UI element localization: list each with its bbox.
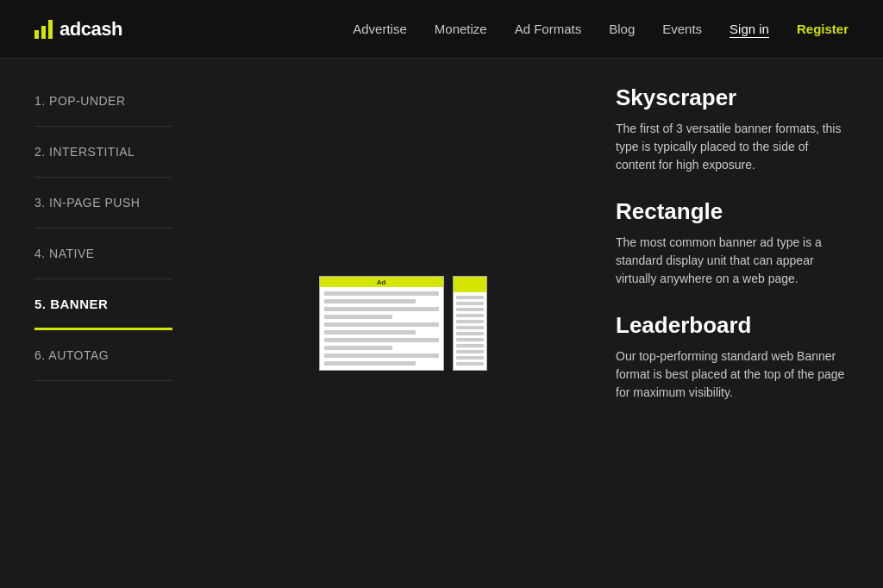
mockup-top-bar: Ad <box>320 277 443 287</box>
mockup-ad-label: Ad <box>377 278 386 286</box>
nav-item-adformats[interactable]: Ad Formats <box>515 22 582 37</box>
main-content: 1. POP-UNDER 2. INTERSTITIAL 3. IN-PAGE … <box>0 59 883 588</box>
sidebar: 1. POP-UNDER 2. INTERSTITIAL 3. IN-PAGE … <box>0 59 207 588</box>
nav-item-events[interactable]: Events <box>662 22 702 37</box>
sidebar-item-inpage-push[interactable]: 3. IN-PAGE PUSH <box>34 178 172 228</box>
nav-item-blog[interactable]: Blog <box>609 22 635 37</box>
right-panel: Skyscraper The first of 3 versatile bann… <box>598 59 883 588</box>
mockup-side-line <box>456 314 484 317</box>
format-rectangle-title: Rectangle <box>616 198 849 225</box>
format-rectangle: Rectangle The most common banner ad type… <box>616 198 849 288</box>
mockup-line <box>324 346 393 350</box>
nav-item-signin[interactable]: Sign in <box>730 22 769 37</box>
mockup-side-line <box>456 338 484 341</box>
nav-links: Advertise Monetize Ad Formats Blog Event… <box>353 22 849 37</box>
mockup-line <box>324 338 439 342</box>
nav-item-monetize[interactable]: Monetize <box>435 22 487 37</box>
mockup-side-top-bar <box>454 277 486 292</box>
mockup-line <box>324 307 439 311</box>
mockup-side-line <box>456 344 484 347</box>
mockup-line <box>324 291 439 296</box>
navbar: adcash Advertise Monetize Ad Formats Blo… <box>0 0 883 59</box>
center-visual: Ad <box>207 59 598 588</box>
format-skyscraper-title: Skyscraper <box>616 84 849 111</box>
format-leaderboard-desc: Our top-performing standard web Banner f… <box>616 347 849 402</box>
sidebar-item-interstitial[interactable]: 2. INTERSTITIAL <box>34 127 172 178</box>
mockup-side-line <box>456 350 484 353</box>
sidebar-item-banner[interactable]: 5. BANNER <box>34 279 172 330</box>
logo-text: adcash <box>59 18 122 41</box>
mockup-side-line <box>456 302 484 305</box>
mockup-side-line <box>456 296 484 299</box>
nav-item-register[interactable]: Register <box>797 22 849 37</box>
mockup-line <box>324 315 393 319</box>
mockup-line <box>324 322 439 327</box>
mockup-side-line <box>456 362 484 366</box>
nav-item-advertise[interactable]: Advertise <box>353 22 407 37</box>
mockup-line <box>324 330 416 335</box>
format-skyscraper-desc: The first of 3 versatile banner formats,… <box>616 120 849 174</box>
mockup-side-content <box>454 292 486 370</box>
mockup-content <box>320 287 443 370</box>
mockup-main-banner: Ad <box>319 276 444 371</box>
mockup-line <box>324 361 416 366</box>
mockup-side-banner <box>453 276 487 371</box>
mockup-side-line <box>456 326 484 329</box>
banner-mockup: Ad <box>319 276 487 371</box>
sidebar-item-autotag[interactable]: 6. AUTOTAG <box>34 330 172 381</box>
logo[interactable]: adcash <box>34 18 122 41</box>
mockup-side-line <box>456 308 484 311</box>
mockup-side-line <box>456 332 484 335</box>
format-rectangle-desc: The most common banner ad type is a stan… <box>616 234 849 288</box>
mockup-line <box>324 299 416 303</box>
mockup-line <box>324 353 439 358</box>
format-leaderboard-title: Leaderboard <box>616 312 849 339</box>
mockup-side-line <box>456 320 484 323</box>
mockup-side-line <box>456 356 484 360</box>
sidebar-item-pop-under[interactable]: 1. POP-UNDER <box>34 84 172 127</box>
format-leaderboard: Leaderboard Our top-performing standard … <box>616 312 849 402</box>
logo-icon <box>34 20 53 39</box>
sidebar-item-native[interactable]: 4. NATIVE <box>34 228 172 279</box>
format-skyscraper: Skyscraper The first of 3 versatile bann… <box>616 84 849 174</box>
